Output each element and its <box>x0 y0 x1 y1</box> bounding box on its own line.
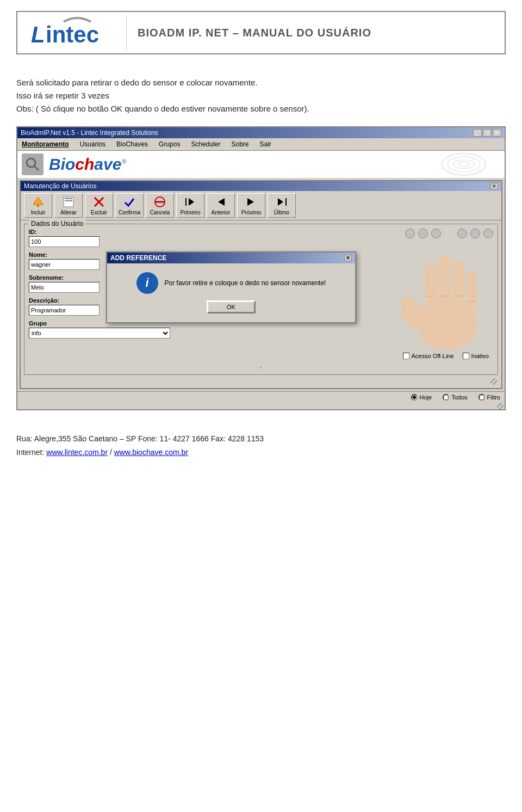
biochave-logo-text: Biochave® <box>49 155 126 174</box>
bottom-resize <box>17 403 505 409</box>
window-controls: _ □ ✕ <box>473 129 501 137</box>
ultimo-icon <box>275 195 288 208</box>
menu-biochaves[interactable]: BioChaves <box>114 139 150 149</box>
radio-filtro-label: Filtro <box>487 394 500 401</box>
page-header: L intec BIOADM IP. NET – MANUAL DO USUÁR… <box>16 11 506 54</box>
fp-dot-5 <box>470 229 480 238</box>
fp-dot-2 <box>418 229 428 238</box>
menu-usuarios[interactable]: Usuários <box>78 139 108 149</box>
biochave-icon <box>22 153 44 175</box>
confirma-icon <box>123 195 136 208</box>
svg-rect-29 <box>466 272 477 310</box>
inativo-checkbox[interactable] <box>463 353 469 359</box>
manutencao-window: Manutenção de Usuários ✕ Incluir Alterar <box>20 180 502 389</box>
svg-rect-9 <box>37 205 39 207</box>
logo-container: L intec <box>28 15 127 50</box>
proximo-icon <box>245 195 258 208</box>
radio-hoje-label: Hoje <box>420 394 432 401</box>
menu-sobre[interactable]: Sobre <box>229 139 251 149</box>
inativo-check: Inativo <box>463 353 489 359</box>
btn-proximo[interactable]: Próximo <box>237 193 265 218</box>
footer-internet: Internet: www.lintec.com.br / www.biocha… <box>16 446 506 459</box>
close-button[interactable]: ✕ <box>493 129 501 137</box>
id-input[interactable] <box>29 236 100 247</box>
dialog-body: i Por favor retire e coloque o dedo no s… <box>107 263 355 322</box>
svg-marker-8 <box>33 197 43 205</box>
cancela-icon <box>153 195 166 208</box>
para3: Obs: ( Só clique no botão OK quando o de… <box>16 102 506 115</box>
main-window-titlebar: BioAdmIP.Net v1.5 - Lintec Integrated So… <box>17 127 505 138</box>
fp-dot-3 <box>431 229 441 238</box>
acesso-offline-check: Acesso Off-Line <box>403 353 454 359</box>
radio-todos-button[interactable] <box>443 394 449 401</box>
svg-point-7 <box>458 162 469 167</box>
btn-primeiro[interactable]: Primeiro <box>176 193 204 218</box>
btn-confirma[interactable]: Confirma <box>115 193 144 218</box>
svg-marker-19 <box>189 198 194 206</box>
btn-incluir[interactable]: Incluir <box>24 193 52 218</box>
radio-hoje-button[interactable] <box>411 394 418 401</box>
status-dot: . <box>29 361 493 370</box>
footer-address: Rua: Alegre,355 São Caetano – SP Fone: 1… <box>16 432 506 446</box>
content-area: Dados do Usuário ID: Nome: <box>21 220 501 388</box>
main-screenshot-window: BioAdmIP.Net v1.5 - Lintec Integrated So… <box>16 126 506 410</box>
dialog-content-row: i Por favor retire e coloque o dedo no s… <box>136 272 326 294</box>
dialog-message: Por favor retire e coloque o dedo no sen… <box>165 279 326 287</box>
svg-point-6 <box>453 160 475 169</box>
lintec-logo: L intec <box>28 15 115 48</box>
svg-marker-20 <box>218 198 225 206</box>
main-menubar: Monitoramento Usuários BioChaves Grupos … <box>17 138 505 151</box>
sobrenome-input[interactable] <box>29 282 100 293</box>
svg-rect-26 <box>425 263 437 307</box>
radio-filtro-button[interactable] <box>478 394 485 401</box>
dialog-close-button[interactable]: ✕ <box>344 255 352 261</box>
group-label: Dados do Usuário <box>29 220 85 227</box>
minimize-button[interactable]: _ <box>473 129 482 137</box>
manual-title: BIOADM IP. NET – MANUAL DO USUÁRIO <box>138 27 371 39</box>
para1: Será solicitado para retirar o dedo do s… <box>16 76 506 89</box>
bottom-checkboxes: Acesso Off-Line Inativo <box>29 350 493 361</box>
resize-grip[interactable] <box>490 378 497 385</box>
footer-link2[interactable]: www.biochave.com.br <box>114 448 188 457</box>
fp-dot-1 <box>405 229 415 238</box>
sub-close-button[interactable]: ✕ <box>490 183 498 189</box>
menu-scheduler[interactable]: Scheduler <box>189 139 222 149</box>
footer-link1[interactable]: www.lintec.com.br <box>46 448 108 457</box>
primeiro-icon <box>184 195 197 208</box>
btn-cancela[interactable]: Cancela <box>146 193 174 218</box>
menu-monitoramento[interactable]: Monitoramento <box>20 139 71 149</box>
maximize-button[interactable]: □ <box>483 129 492 137</box>
resize-area <box>24 378 498 385</box>
radio-bar: Hoje Todos Filtro <box>17 391 505 403</box>
svg-text:L: L <box>31 22 45 47</box>
body-text-area: Será solicitado para retirar o dedo do s… <box>16 76 506 115</box>
svg-rect-11 <box>65 198 72 199</box>
inativo-label: Inativo <box>471 353 489 359</box>
btn-ultimo[interactable]: Último <box>268 193 296 218</box>
anterior-icon <box>214 195 227 208</box>
acesso-offline-checkbox[interactable] <box>403 353 409 359</box>
biochave-header: Biochave® <box>17 151 505 178</box>
main-window-title: BioAdmIP.Net v1.5 - Lintec Integrated So… <box>21 129 158 137</box>
add-reference-dialog: ADD REFERENCE ✕ i Por favor retire e col… <box>106 251 356 323</box>
dialog-ok-button[interactable]: OK <box>207 300 256 313</box>
menu-grupos[interactable]: Grupos <box>157 139 182 149</box>
dados-usuario-group: Dados do Usuário ID: Nome: <box>24 224 498 375</box>
nome-input[interactable] <box>29 259 100 270</box>
incluir-icon <box>32 195 45 208</box>
svg-rect-18 <box>185 198 187 206</box>
svg-marker-21 <box>247 198 254 206</box>
dialog-titlebar: ADD REFERENCE ✕ <box>107 253 355 263</box>
btn-alterar[interactable]: Alterar <box>54 193 83 218</box>
svg-point-2 <box>27 158 35 167</box>
info-icon: i <box>136 272 158 294</box>
menu-sair[interactable]: Sair <box>258 139 274 149</box>
descricao-input[interactable] <box>29 305 100 316</box>
para2: Isso irá se repetir 3 vezes <box>16 89 506 102</box>
grupo-select[interactable]: info <box>29 328 170 339</box>
btn-excluir[interactable]: Excluir <box>85 193 113 218</box>
btn-anterior[interactable]: Anterior <box>207 193 235 218</box>
bottom-resize-grip[interactable] <box>497 403 504 409</box>
svg-rect-22 <box>285 198 287 206</box>
svg-line-3 <box>34 166 39 170</box>
